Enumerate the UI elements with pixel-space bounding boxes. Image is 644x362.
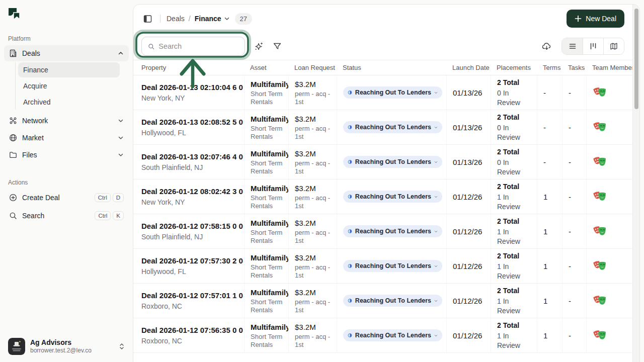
table-row[interactable]: Deal 2026-01-12 08:02:42 3 0 New York, N… [133, 179, 632, 214]
map-view-button[interactable] [603, 38, 624, 54]
status-dropdown[interactable]: Reaching Out To Lenders [343, 191, 442, 203]
search-input[interactable] [158, 42, 238, 50]
column-header-terms: Terms [537, 64, 562, 71]
launch-date: 01/12/26 [453, 227, 487, 236]
page-header: Deals / Finance 27 New Deal [133, 5, 632, 33]
sidebar-item-archived[interactable]: Archived [18, 95, 120, 110]
placements-total: 2 Total [497, 182, 533, 192]
breadcrumb-current-dropdown[interactable]: Finance [195, 15, 230, 23]
deal-title-link[interactable]: Deal 2026-01-13 02:07:46 4 0 [141, 152, 240, 162]
loan-detail: perm - acq - 1st [295, 298, 333, 314]
plus-circle-icon [9, 194, 17, 202]
tasks-count: - [569, 88, 582, 97]
theater-masks-icon [593, 258, 608, 274]
status-progress-icon [348, 262, 352, 269]
kbd-ctrl: Ctrl [95, 211, 111, 220]
status-label: Reaching Out To Lenders [355, 297, 431, 304]
sidebar-item-label: Deals [22, 49, 40, 57]
team-member-avatar[interactable] [593, 258, 608, 274]
theater-masks-icon [593, 154, 608, 169]
list-view-button[interactable] [562, 38, 583, 54]
new-deal-button[interactable]: New Deal [567, 10, 624, 28]
breadcrumb-parent[interactable]: Deals [167, 15, 185, 23]
tasks-count: - [569, 158, 582, 166]
loan-amount: $3.2M [295, 322, 333, 332]
deal-title-link[interactable]: Deal 2026-01-13 02:10:04 6 0 [141, 82, 240, 93]
sidebar-action-create-deal[interactable]: Create Deal Ctrl D [4, 189, 129, 206]
sidebar-action-search[interactable]: Search Ctrl K [4, 207, 129, 224]
divider [160, 15, 160, 23]
team-member-avatar[interactable] [593, 293, 608, 308]
building-icon [9, 49, 17, 57]
chevron-up-icon [118, 50, 124, 56]
theater-masks-icon [593, 85, 608, 100]
deal-title-link[interactable]: Deal 2026-01-12 07:58:15 0 0 [141, 221, 240, 231]
deal-title-link[interactable]: Deal 2026-01-12 07:57:30 2 0 [141, 256, 240, 266]
status-label: Reaching Out To Lenders [355, 193, 431, 200]
team-member-avatar[interactable] [593, 85, 608, 100]
tasks-count: - [569, 331, 582, 340]
table-row[interactable]: Deal 2026-01-13 02:10:04 6 0 New York, N… [133, 75, 632, 110]
loan-detail: perm - acq - 1st [295, 263, 333, 280]
team-member-avatar[interactable] [593, 328, 608, 343]
action-label: Create Deal [22, 194, 60, 202]
sidebar-item-deals[interactable]: Deals [4, 45, 129, 61]
table-row[interactable]: Deal 2026-01-12 07:57:01 1 0 Roxboro, NC… [133, 284, 632, 318]
placements-total: 2 Total [497, 217, 533, 226]
sidebar-item-finance[interactable]: Finance [18, 62, 120, 77]
deal-title-link[interactable]: Deal 2026-01-13 02:08:52 5 0 [141, 117, 240, 127]
deal-title-link[interactable]: Deal 2026-01-12 07:56:35 0 0 [141, 325, 240, 335]
sidebar-item-acquire[interactable]: Acquire [18, 78, 120, 94]
status-dropdown[interactable]: Reaching Out To Lenders [343, 121, 442, 133]
sidebar-item-files[interactable]: Files [4, 147, 129, 163]
theater-masks-icon [593, 328, 608, 343]
user-menu[interactable]: Ag Advisors borrower.test.2@lev.co [4, 335, 129, 358]
deal-title-link[interactable]: Deal 2026-01-12 07:57:01 1 0 [141, 291, 240, 301]
column-header-asset: Asset [244, 64, 288, 71]
table-row[interactable]: Deal 2026-01-12 07:58:15 0 0 South Plain… [133, 214, 632, 249]
sidebar-toggle-button[interactable] [141, 13, 154, 25]
team-member-avatar[interactable] [593, 154, 608, 169]
filter-button[interactable] [271, 40, 284, 53]
table-row[interactable]: Deal 2026-01-13 02:08:52 5 0 Hollywood, … [133, 110, 632, 145]
terms-count: - [543, 123, 558, 132]
user-info: Ag Advisors borrower.test.2@lev.co [30, 338, 92, 354]
loan-amount: $3.2M [295, 288, 333, 297]
sidebar-item-label: Finance [23, 66, 48, 74]
status-dropdown[interactable]: Reaching Out To Lenders [343, 156, 442, 168]
status-label: Reaching Out To Lenders [355, 124, 431, 131]
tasks-count: - [569, 193, 582, 201]
status-dropdown[interactable]: Reaching Out To Lenders [343, 86, 442, 99]
user-name: Ag Advisors [30, 338, 92, 347]
view-switcher [561, 38, 624, 55]
breadcrumb-current-label: Finance [195, 15, 221, 23]
asset-type: Multifamily [251, 322, 284, 332]
globe-icon [9, 134, 17, 142]
loan-amount: $3.2M [295, 149, 333, 158]
ai-suggest-button[interactable] [252, 40, 266, 53]
asset-type: Multifamily [251, 79, 284, 89]
launch-date: 01/13/26 [453, 88, 487, 97]
terms-count: - [543, 88, 558, 97]
status-dropdown[interactable]: Reaching Out To Lenders [343, 329, 442, 341]
team-member-avatar[interactable] [593, 120, 608, 135]
table-row[interactable]: Deal 2026-01-12 07:57:30 2 0 Hollywood, … [133, 249, 632, 284]
sidebar-item-market[interactable]: Market [4, 130, 129, 146]
cloud-download-button[interactable] [540, 40, 553, 53]
team-member-avatar[interactable] [593, 189, 608, 204]
asset-subtype: Short Term Rentals [251, 229, 284, 245]
status-dropdown[interactable]: Reaching Out To Lenders [343, 295, 442, 307]
team-member-avatar[interactable] [593, 224, 608, 239]
status-label: Reaching Out To Lenders [355, 158, 431, 165]
table-row[interactable]: Deal 2026-01-13 02:07:46 4 0 South Plain… [133, 145, 632, 179]
deal-title-link[interactable]: Deal 2026-01-12 08:02:42 3 0 [141, 187, 240, 197]
sidebar-item-network[interactable]: Network [4, 113, 129, 129]
table-row[interactable]: Deal 2026-01-12 07:56:35 0 0 Roxboro, NC… [133, 318, 632, 353]
scrollbar-thumb[interactable] [634, 9, 638, 109]
status-dropdown[interactable]: Reaching Out To Lenders [343, 260, 442, 272]
asset-type: Multifamily [251, 184, 284, 193]
status-dropdown[interactable]: Reaching Out To Lenders [343, 225, 442, 237]
chevron-down-icon [224, 16, 230, 22]
kanban-view-button[interactable] [583, 38, 603, 54]
column-header-property: Property [133, 64, 244, 71]
